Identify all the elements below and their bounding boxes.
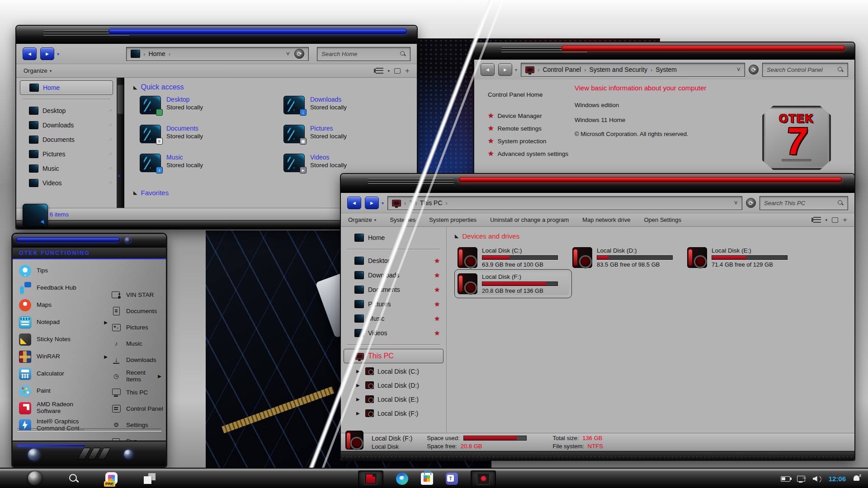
collapse-icon[interactable]: ◣ (455, 233, 458, 239)
toolbar-item-open-settings[interactable]: Open Settings (644, 216, 681, 223)
breadcrumb-control-panel[interactable]: Control Panel (542, 66, 581, 73)
menu-item-documents[interactable]: Documents (111, 303, 163, 319)
sidebar-item-remote-settings[interactable]: ★ Remote settings (488, 124, 570, 132)
sidebar-item-documents[interactable]: Documents ↗ (16, 132, 117, 147)
forward-button[interactable]: ► (40, 47, 54, 60)
sidebar-item-pictures[interactable]: Pictures ↗ (16, 147, 117, 161)
change-view-icon[interactable] (376, 68, 383, 74)
taskbar-search-icon[interactable] (68, 473, 79, 484)
list-item-downloads[interactable]: ↓ DownloadsStored locally (283, 96, 427, 125)
refresh-button[interactable]: ⟳ (746, 198, 756, 208)
address-dropdown-icon[interactable]: ˅ (286, 50, 290, 57)
copilot-icon[interactable]: PRE (105, 472, 118, 484)
address-dropdown-icon[interactable]: ˅ (734, 199, 738, 206)
collapse-icon[interactable]: ◣ (133, 84, 137, 90)
notifications-bell-icon[interactable] (853, 475, 861, 483)
sidebar-item-control-panel-home[interactable]: Control Panel Home (488, 91, 570, 98)
toolbar-item-map-network-drive[interactable]: Map network drive (582, 216, 630, 223)
expand-icon[interactable]: ▶ (356, 411, 362, 416)
organize-menu[interactable]: Organize ▾ (348, 216, 376, 223)
taskbar-slot-active[interactable] (358, 470, 383, 488)
menu-item-notepad[interactable]: Notepad ▶ (19, 314, 108, 331)
file-explorer-icon[interactable] (364, 473, 377, 485)
help-icon[interactable]: + (405, 66, 410, 75)
drive-tile-c[interactable]: Local Disk (C:) 63.9 GB free of 100 GB (458, 246, 569, 269)
task-view-icon[interactable] (144, 473, 156, 484)
drive-tile-d[interactable]: Local Disk (D:) 83.5 GB free of 98.5 GB (572, 246, 684, 269)
menu-item-intel-graphics-command-center[interactable]: Intel® Graphics Command Cent... (19, 417, 108, 434)
sidebar-item-music[interactable]: Music ★ (341, 311, 446, 326)
menu-item-recent-items[interactable]: ◷ Recent Items ▶ (111, 368, 163, 384)
clock[interactable]: 12:06 (829, 475, 846, 483)
scrollbar[interactable]: ≡ (117, 78, 124, 208)
forward-button[interactable]: ► (365, 197, 379, 209)
sidebar-item-home[interactable]: Home (341, 230, 446, 245)
list-item-pictures[interactable]: ◉ PicturesStored locally (283, 125, 427, 154)
microsoft-store-icon[interactable] (421, 473, 433, 485)
start-button[interactable] (28, 471, 42, 485)
breadcrumb-system[interactable]: System (656, 66, 677, 73)
sidebar-item-device-manager[interactable]: ★ Device Manager (488, 112, 570, 120)
tree-item-local-disk-e[interactable]: ▶ Local Disk (E:) (341, 392, 446, 406)
change-view-icon[interactable] (813, 217, 821, 223)
organize-menu[interactable]: Organize ▾ (24, 67, 52, 74)
menu-item-paint[interactable]: Paint (19, 382, 108, 399)
preview-pane-icon[interactable] (394, 68, 401, 74)
breadcrumb-system-security[interactable]: System and Security (590, 66, 647, 73)
collapse-icon[interactable]: ◣ (133, 190, 137, 196)
list-item-documents[interactable]: ≡ DocumentsStored locally (140, 125, 283, 154)
menu-item-this-pc[interactable]: This PC (111, 384, 163, 400)
address-bar[interactable]: › Home › ˅ ⟳ (126, 47, 309, 61)
view-dropdown-icon[interactable]: ▾ (826, 218, 828, 222)
search-box[interactable]: Search Control Panel (762, 63, 848, 77)
search-box[interactable]: Search This PC (760, 196, 848, 210)
address-dropdown-icon[interactable]: ˅ (737, 66, 741, 73)
teams-icon[interactable] (446, 473, 458, 485)
network-icon[interactable] (797, 475, 806, 483)
expand-icon[interactable]: ▶ (356, 397, 362, 402)
menu-item-amd-radeon-software[interactable]: AMD Radeon Software (19, 399, 108, 417)
view-dropdown-icon[interactable]: ▾ (388, 69, 390, 73)
taskbar-slot-active[interactable] (471, 470, 496, 488)
history-dropdown-icon[interactable]: ▾ (382, 201, 384, 206)
history-dropdown-icon[interactable]: ▾ (515, 67, 517, 72)
menu-item-feedback-hub[interactable]: Feedback Hub (19, 279, 108, 296)
back-button[interactable]: ◄ (481, 63, 495, 76)
sidebar-item-downloads[interactable]: Downloads ↗ (16, 118, 117, 132)
themed-app-icon[interactable] (477, 473, 490, 485)
address-bar[interactable]: › Control Panel › System and Security › … (521, 63, 745, 77)
menu-item-tips[interactable]: Tips (19, 262, 108, 279)
sidebar-item-videos[interactable]: Videos ↗ (16, 176, 117, 190)
menu-item-music[interactable]: ♪ Music (111, 335, 163, 352)
refresh-button[interactable]: ⟳ (294, 49, 304, 59)
sidebar-item-home[interactable]: Home (20, 80, 113, 95)
battery-icon[interactable] (781, 476, 790, 482)
back-button[interactable]: ◄ (23, 47, 37, 60)
sidebar-item-music[interactable]: Music ↗ (16, 161, 117, 176)
sidebar-item-videos[interactable]: Videos ★ (341, 326, 446, 340)
search-box[interactable]: Search Home (317, 47, 410, 61)
drive-tile-e[interactable]: Local Disk (E:) 71.4 GB free of 129 GB (687, 246, 798, 269)
sidebar-item-desktop[interactable]: Desktop ↗ (16, 103, 117, 118)
menu-item-winrar[interactable]: WinRAR ▶ (19, 348, 108, 365)
drive-tile-f-selected[interactable]: Local Disk (F:) 20.8 GB free of 136 GB (458, 272, 569, 295)
menu-item-maps[interactable]: Maps (19, 296, 108, 314)
menu-item-control-panel[interactable]: Control Panel (111, 400, 163, 417)
group-header-quick-access[interactable]: ◣ Quick access (133, 83, 427, 91)
breadcrumb-home[interactable]: Home (148, 50, 165, 57)
expand-icon[interactable]: ▶ (356, 383, 362, 388)
list-item-desktop[interactable]: DesktopStored locally (140, 96, 283, 125)
address-bar[interactable]: › Th This PC › ˅ (387, 196, 742, 210)
forward-button[interactable]: ► (498, 63, 512, 76)
edge-browser-icon[interactable] (396, 473, 408, 485)
menu-item-sticky-notes[interactable]: Sticky Notes (19, 331, 108, 348)
toolbar-item-uninstall-program[interactable]: Uninstall or change a program (490, 216, 569, 223)
back-button[interactable]: ◄ (347, 197, 361, 209)
sidebar-item-advanced-system-settings[interactable]: ★ Advanced system settings (488, 150, 570, 158)
list-item-music[interactable]: ♪ MusicStored locally (140, 154, 283, 183)
refresh-button[interactable]: ⟳ (749, 65, 759, 75)
menu-item-downloads[interactable]: ↓ Downloads (111, 352, 163, 368)
window-titlebar[interactable] (474, 42, 854, 60)
menu-item-vin-star[interactable]: VIN STAR (111, 286, 163, 303)
scrollbar-thumb[interactable] (118, 85, 123, 114)
